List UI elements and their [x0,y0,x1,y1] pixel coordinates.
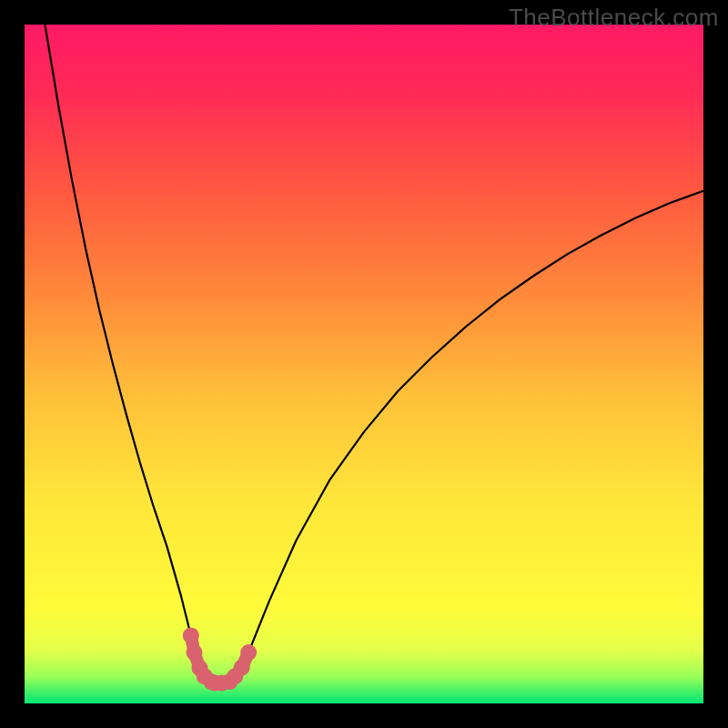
gradient-plot-area [25,25,703,703]
watermark-text: TheBottleneck.com [509,4,719,32]
highlight-dot [187,644,203,661]
highlight-dot [234,660,250,676]
bottom-highlight-dots [183,627,257,691]
curve-svg [25,25,703,703]
bottleneck-curve [45,25,703,683]
highlight-dot [183,627,199,643]
highlight-dot [240,644,257,661]
outer-frame: TheBottleneck.com [0,0,728,728]
